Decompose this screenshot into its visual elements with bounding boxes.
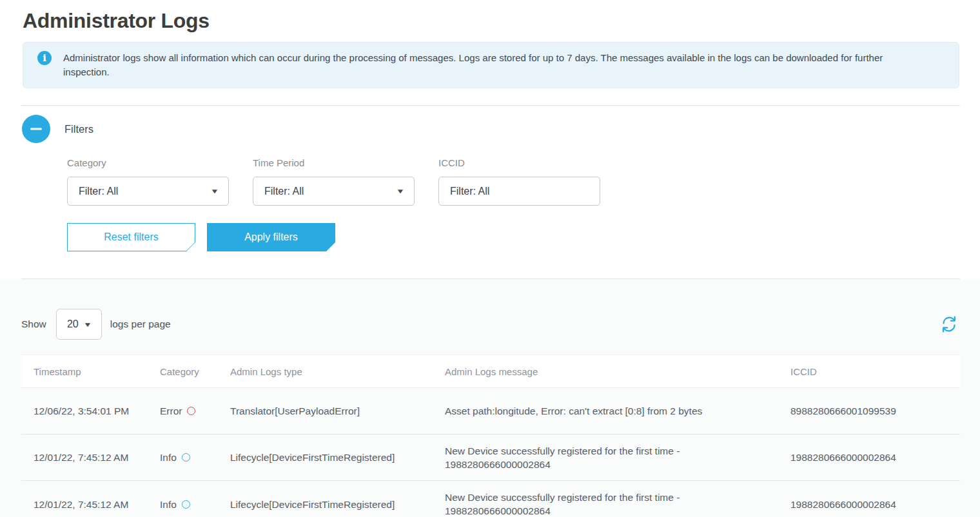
show-label: Show: [21, 318, 46, 330]
logs-per-page-label: logs per page: [110, 318, 171, 330]
cell-type: Lifecycle[DeviceFirstTimeRegistered]: [230, 442, 445, 473]
section-divider-top: [21, 105, 960, 106]
status-ring-icon: [182, 453, 190, 462]
category-filter-value: Filter: All: [79, 186, 118, 197]
info-icon: i: [37, 51, 52, 65]
table-row: 12/01/22, 7:45:12 AM Info Lifecycle[Devi…: [21, 481, 960, 517]
logs-section: Show 20 ▼ logs per page Timestamp Catego…: [0, 279, 980, 517]
column-header-iccid: ICCID: [790, 366, 960, 377]
filter-field-time-period: Time Period Filter: All ▼: [253, 157, 415, 206]
filter-buttons-row: Reset filters Apply filters: [67, 223, 960, 251]
table-row: 12/06/22, 3:54:01 PM Error Translator[Us…: [21, 388, 960, 434]
reset-filters-label: Reset filters: [68, 224, 195, 251]
column-header-timestamp: Timestamp: [34, 366, 160, 377]
reset-filters-button[interactable]: Reset filters: [67, 223, 195, 251]
cell-category: Info: [160, 442, 230, 473]
filters-header: Filters: [23, 115, 960, 143]
category-filter-label: Category: [67, 157, 229, 168]
iccid-filter-input-wrap: [438, 177, 600, 206]
refresh-button[interactable]: [940, 315, 958, 333]
page-size-row: Show 20 ▼ logs per page: [21, 309, 960, 340]
filters-section-label: Filters: [64, 123, 93, 135]
filter-field-iccid: ICCID: [438, 157, 600, 206]
cell-timestamp: 12/06/22, 3:54:01 PM: [34, 395, 160, 427]
time-period-filter-label: Time Period: [253, 157, 415, 168]
category-filter-select[interactable]: Filter: All ▼: [67, 177, 229, 206]
cell-iccid: 1988280666000002864: [790, 442, 960, 473]
apply-filters-label: Apply filters: [207, 223, 335, 251]
admin-logs-table: Timestamp Category Admin Logs type Admin…: [21, 355, 960, 517]
cell-iccid: 1988280666000002864: [790, 489, 960, 517]
table-body: 12/06/22, 3:54:01 PM Error Translator[Us…: [21, 388, 960, 517]
column-header-type: Admin Logs type: [230, 366, 445, 377]
apply-filters-button[interactable]: Apply filters: [207, 223, 335, 251]
cell-timestamp: 12/01/22, 7:45:12 AM: [34, 489, 160, 517]
cell-category-label: Error: [160, 404, 182, 418]
filter-field-category: Category Filter: All ▼: [67, 157, 229, 206]
filter-fields-row: Category Filter: All ▼ Time Period Filte…: [67, 157, 960, 206]
page-size-select[interactable]: 20 ▼: [56, 309, 102, 340]
table-row: 12/01/22, 7:45:12 AM Info Lifecycle[Devi…: [21, 434, 960, 481]
column-header-message: Admin Logs message: [445, 366, 790, 377]
chevron-down-icon: ▼: [210, 188, 219, 195]
cell-category-label: Info: [160, 498, 177, 511]
cell-iccid: 8988280666001099539: [790, 395, 960, 427]
page-header-section: Administrator Logs i Administrator logs …: [0, 0, 980, 279]
status-ring-icon: [187, 407, 195, 415]
cell-category: Error: [160, 395, 230, 427]
status-ring-icon: [182, 500, 190, 509]
cell-message: New Device successfully registered for t…: [445, 482, 790, 517]
cell-message: New Device successfully registered for t…: [445, 435, 790, 480]
column-header-category: Category: [160, 366, 230, 377]
filters-collapse-toggle[interactable]: [22, 115, 50, 143]
cell-category-label: Info: [160, 451, 177, 464]
cell-message: Asset path:longitude, Error: can't extra…: [445, 395, 790, 427]
refresh-icon: [940, 315, 958, 333]
cell-category: Info: [160, 489, 230, 517]
cell-timestamp: 12/01/22, 7:45:12 AM: [34, 442, 160, 473]
time-period-filter-value: Filter: All: [264, 186, 304, 197]
info-banner: i Administrator logs show all informatio…: [23, 42, 959, 88]
iccid-filter-label: ICCID: [438, 157, 600, 168]
cell-type: Translator[UserPayloadError]: [230, 395, 445, 427]
table-header-row: Timestamp Category Admin Logs type Admin…: [21, 355, 960, 388]
minus-circle-icon: [30, 128, 42, 130]
time-period-filter-select[interactable]: Filter: All ▼: [253, 177, 415, 206]
chevron-down-icon: ▼: [396, 188, 405, 195]
page-size-value: 20: [67, 318, 79, 330]
iccid-filter-input[interactable]: [450, 186, 589, 197]
page-title: Administrator Logs: [23, 9, 960, 33]
info-banner-text: Administrator logs show all information …: [63, 51, 901, 79]
chevron-down-icon: ▼: [83, 321, 92, 328]
cell-type: Lifecycle[DeviceFirstTimeRegistered]: [230, 489, 445, 517]
